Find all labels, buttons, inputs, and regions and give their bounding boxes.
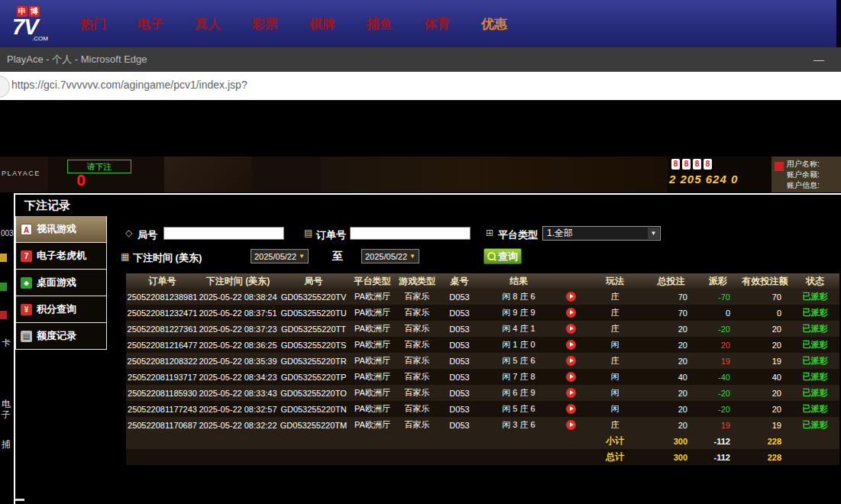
cell-total-bet: 20 [645,417,697,433]
logo-text: 7V [12,17,63,37]
sidebar-item[interactable]: ¥ 积分查询 [15,296,107,323]
date-to-select[interactable]: 2025/05/22 ▼ [361,249,419,263]
cell-payout: -40 [697,369,739,385]
cell-valid-bet: 19 [739,417,791,433]
column-header: 玩法 [584,273,645,289]
grand-total-payout: -112 [697,449,739,465]
round-id-input[interactable] [163,227,284,240]
column-header: 游戏类型 [395,273,439,289]
date-range-to-label: 至 [332,250,343,263]
sidebar-item-icon: ▤ [21,331,32,342]
cell-game-type: 百家乐 [395,385,439,401]
replay-play-button[interactable] [566,292,576,302]
replay-play-button[interactable] [566,420,576,430]
nav-item[interactable]: 电子 [137,15,163,33]
cell-round-id: GD053255220TS [277,337,350,353]
search-button-label: 查询 [498,250,518,263]
cell-round-id: GD053255220TP [277,369,350,385]
nav-item[interactable]: 彩票 [252,15,278,33]
sidebar-item[interactable]: ♣ 桌面游戏 [15,270,107,296]
replay-play-button[interactable] [566,356,576,366]
chevron-down-icon[interactable]: ▼ [648,228,659,239]
cell-replay [558,401,584,417]
table-row: 250522081208322 2025-05-22 08:35:39 GD05… [126,353,839,369]
subtotal-total-bet: 300 [645,433,697,449]
cell-platform: PA欧洲厅 [350,337,395,353]
cell-status: 已派彩 [791,417,839,433]
cell-valid-bet: 19 [739,353,791,369]
game-thumbnail [252,157,321,192]
cell-bet-time: 2025-05-22 08:33:43 [199,385,277,401]
account-info-label: 账户信息: [787,180,820,191]
cell-valid-bet: 40 [739,369,791,385]
column-header: 状态 [791,273,839,289]
column-header: 总投注 [645,273,697,289]
search-button[interactable]: 查询 [484,248,522,264]
round-id-label: 局号 [137,228,157,242]
cell-status: 已派彩 [791,337,839,353]
nav-item[interactable]: 体育 [424,15,450,33]
sidebar-item[interactable]: 7 电子老虎机 [15,243,107,270]
replay-play-button[interactable] [566,388,576,398]
nav-item[interactable]: 真人 [195,15,221,33]
cell-payout: -20 [697,385,739,401]
cell-payout: 19 [697,353,739,369]
game-thumbnail: 8888 2 205 624 0 [668,157,771,192]
column-header: 结果 [480,273,558,289]
sidebar-item[interactable]: ▤ 额度记录 [15,323,107,350]
grand-total-row: 总计 300 -112 228 [126,449,839,465]
site-logo[interactable]: 申 博 7V .COM [12,6,63,42]
replay-play-button[interactable] [566,340,576,350]
cell-total-bet: 20 [645,321,697,337]
logo-suffix-text: .COM [32,35,63,42]
sidebar-item[interactable]: A 视讯游戏 [15,216,107,243]
cell-bet-time: 2025-05-22 08:38:24 [199,289,277,305]
order-id-input[interactable] [350,227,471,240]
replay-play-button[interactable] [566,324,576,334]
sidebar-item-icon: ♣ [21,277,32,289]
address-bar[interactable]: https://gci.7vvvvvv.com/agingame/pcv1/in… [0,72,841,100]
table-row: 250522081227361 2025-05-22 08:37:23 GD05… [126,321,839,337]
replay-play-button[interactable] [566,372,576,382]
minimize-button[interactable]: — [807,47,830,72]
column-header: 局号 [277,273,350,289]
cell-platform: PA欧洲厅 [350,289,395,305]
window-title: PlayAce - 个人 - Microsoft Edge [7,53,147,66]
cell-status: 已派彩 [791,369,839,385]
cell-order-number: 250522081193717 [126,369,199,385]
cell-result: 闲 4 庄 1 [480,321,558,337]
cell-platform: PA欧洲厅 [350,321,395,337]
nav-item[interactable]: 捕鱼 [367,15,393,33]
cell-replay [558,417,584,433]
nav-item[interactable]: 优惠 [481,15,507,33]
replay-play-button[interactable] [566,404,576,414]
cell-bet-time: 2025-05-22 08:37:51 [199,305,277,321]
filter-panel: ◇ 局号 ▤ 订单号 ⊞ 平台类型 1.全部 ▼ ▦ 下注时间 (美东) 202… [121,223,841,272]
nav-item[interactable]: 热门 [80,15,106,33]
cell-platform: PA欧洲厅 [350,385,395,401]
cell-play-type: 闲 [584,385,645,401]
grand-total-valid-bet: 228 [739,449,791,465]
cell-round-id: GD053255220TR [277,353,350,369]
table-row: 250522081238981 2025-05-22 08:38:24 GD05… [126,289,839,305]
cell-bet-time: 2025-05-22 08:32:22 [199,417,277,433]
url-text[interactable]: https://gci.7vvvvvv.com/agingame/pcv1/in… [11,79,247,91]
replay-play-button[interactable] [566,308,576,318]
column-header: 下注时间 (美东) [199,273,277,289]
cell-order-number: 250522081227361 [126,321,199,337]
platform-type-select[interactable]: 1.全部 ▼ [542,226,661,241]
cell-replay [558,337,584,353]
table-summary: 小计 300 -112 228 总计 300 -112 228 [126,433,839,465]
avatar[interactable] [0,76,10,98]
date-from-select[interactable]: 2025/05/22 ▼ [251,249,309,263]
cell-play-type: 庄 [584,353,645,369]
cell-total-bet: 70 [645,305,697,321]
table-row: 250522081193717 2025-05-22 08:34:23 GD05… [126,369,839,385]
cell-table-number: D053 [439,321,480,337]
cell-result: 闲 8 庄 6 [480,289,558,305]
subtotal-label: 小计 [584,433,645,449]
nav-item[interactable]: 棋牌 [309,15,335,33]
game-thumbnail [164,157,252,192]
calendar-icon: ▦ [121,251,129,262]
column-header: 桌号 [439,273,480,289]
